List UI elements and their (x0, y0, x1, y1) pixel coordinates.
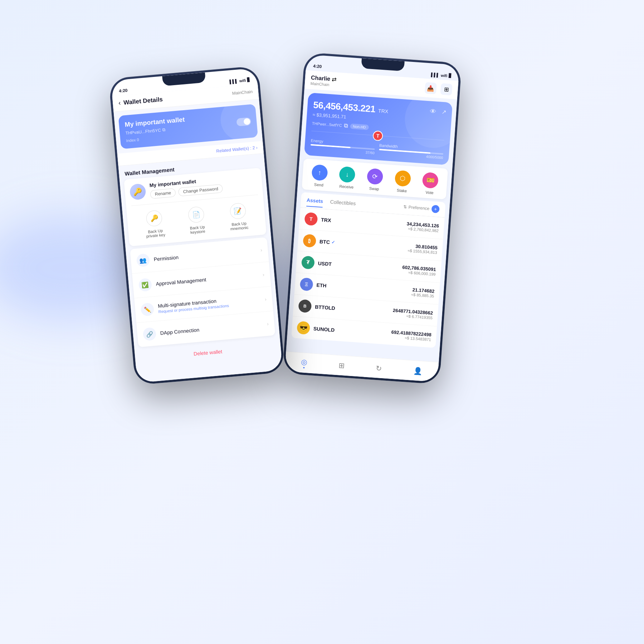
usdt-logo: ₮ (301, 256, 315, 269)
resource-section: T Energy 37/60 Bandwidth (310, 131, 444, 160)
nav-profile-icon: 👤 (413, 366, 423, 376)
send-label: Send (314, 182, 323, 187)
tab-assets[interactable]: Assets (306, 197, 323, 208)
nav-layers[interactable]: ⊞ (338, 361, 345, 370)
preference-button[interactable]: ⇅ Preference (403, 204, 430, 215)
resource-row: Energy 37/60 Bandwidth (310, 138, 444, 160)
backup-mnemonic-icon-wrap: 📝 (229, 203, 247, 220)
addr-copy-icon[interactable]: ⧉ (344, 122, 348, 129)
phone-right: 4:20 ▌▌▌ wifi ▊ Charlie ⇄ (282, 52, 462, 385)
approval-icon: ✅ (138, 278, 152, 292)
energy-resource: Energy 37/60 (310, 138, 375, 155)
wallet-toggle[interactable] (236, 117, 251, 126)
action-bar: ↑ Send ↓ Receive ⟳ Swap ⬡ Stake (302, 158, 448, 199)
arrow-icon-4: › (267, 321, 269, 327)
backup-private-key[interactable]: 🔑 Back Upprivate key (144, 210, 166, 238)
trx-logo: T (304, 212, 318, 226)
backup-key-icon: 🔑 (150, 214, 158, 223)
nav-assets[interactable]: ◎ (301, 357, 307, 369)
swap-icon[interactable]: ⇄ (331, 76, 336, 83)
backup-keystore-icon-wrap: 📄 (188, 206, 205, 223)
vote-label: Vote (425, 190, 434, 195)
receive-label: Receive (339, 184, 353, 189)
non-hd-badge: Non-HD (350, 123, 369, 130)
approval-label: Approval Management (156, 272, 263, 287)
asset-list: T TRX 34,234,453.126 ≈$ 2,760,842,982 ₿ … (291, 208, 444, 348)
sunold-logo: 😎 (297, 321, 310, 335)
receive-icon-wrap: ↓ (339, 166, 356, 183)
usdt-name: USDT (318, 260, 332, 267)
eth-name: ETH (316, 282, 327, 289)
action-vote[interactable]: 🎫 Vote (421, 172, 439, 195)
status-icons-left: ▌▌▌ wifi ▊ (229, 77, 250, 84)
scene: 4:20 ▌▌▌ wifi ▊ ‹ Wallet Details MainCha… (107, 36, 537, 608)
btc-amounts: 30.810455 ≈$ 1555,934,813 (408, 243, 438, 255)
wifi-icon: wifi (239, 78, 246, 83)
btc-name: BTC ✓ (319, 239, 335, 245)
add-asset-button[interactable]: + (431, 205, 439, 213)
avatar-icon: 🔑 (133, 187, 143, 196)
tron-logo: T (372, 131, 383, 141)
menu-list: 👥 Permission › ✅ Approval Management › (130, 237, 275, 347)
chain-label: MainChain (232, 89, 253, 96)
wm-top: 🔑 My important wallet Rename Change Pass… (129, 173, 258, 206)
backup-mnemonic-icon: 📝 (234, 207, 242, 215)
wallet-card: My important wallet THPvaU...Fhn5YC ⧉ In… (118, 104, 258, 149)
menu-text-dapp: DApp Connection (160, 321, 267, 336)
balance-card: 👁 ↗ 56,456,453.221 TRX ≈ $3,951,951.71 T… (304, 93, 453, 165)
expand-icon[interactable]: ↗ (441, 108, 447, 116)
action-stake[interactable]: ⬡ Stake (394, 170, 411, 193)
nav-profile[interactable]: 👤 (413, 366, 423, 376)
change-password-button[interactable]: Change Password (178, 184, 223, 196)
copy-icon[interactable]: ⧉ (162, 127, 166, 133)
action-swap[interactable]: ⟳ Swap (366, 168, 383, 191)
visibility-icon[interactable]: 👁 (430, 108, 436, 116)
backup-section: 🔑 Back Upprivate key 📄 Back Upkeystore (132, 200, 261, 241)
permission-label: Permission (153, 247, 261, 262)
dapp-icon: 🔗 (142, 327, 156, 341)
balance-addr-text: THPwer...5wtfYC (312, 121, 342, 128)
wm-info: My important wallet Rename Change Passwo… (149, 176, 223, 199)
action-receive[interactable]: ↓ Receive (338, 166, 356, 189)
tab-collectibles[interactable]: Collectibles (330, 199, 356, 210)
backup-mnemonic[interactable]: 📝 Back Upmnemonic (228, 203, 249, 231)
usdt-amounts: 602,786.035091 ≈$ 606,000.199 (402, 264, 436, 276)
swap-label: Swap (369, 186, 379, 191)
menu-text-multisig: Multi-signature transaction Request or p… (158, 294, 265, 314)
backup-keystore-label: Back Upkeystore (190, 225, 205, 235)
right-user: Charlie ⇄ MainChain (310, 74, 336, 87)
receive-header-icon[interactable]: 📥 (425, 82, 437, 94)
back-button[interactable]: ‹ (118, 99, 121, 107)
battery-icon: ▊ (247, 77, 250, 82)
stake-icon-wrap: ⬡ (394, 170, 411, 187)
battery-icon-r: ▊ (449, 73, 452, 78)
menu-text-approval: Approval Management (156, 272, 263, 287)
sort-icon: ⇅ (403, 204, 407, 210)
btc-logo: ₿ (303, 234, 316, 248)
phone-left: 4:20 ▌▌▌ wifi ▊ ‹ Wallet Details MainCha… (108, 65, 285, 385)
scan-icon[interactable]: ⊞ (440, 83, 453, 96)
address-text: THPvaU...Fhn5YC (125, 128, 161, 136)
time-right: 4:20 (313, 63, 322, 69)
signal-icon: ▌▌▌ (229, 79, 238, 84)
nav-assets-icon: ◎ (301, 357, 308, 366)
action-send[interactable]: ↑ Send (311, 164, 328, 187)
right-screen-content: Charlie ⇄ MainChain 📥 ⊞ 👁 ↗ (285, 70, 459, 382)
backup-key-label: Back Upprivate key (146, 228, 165, 239)
user-name: Charlie (311, 74, 330, 82)
left-screen-content: ‹ Wallet Details MainChain My important … (112, 84, 283, 383)
trx-name: TRX (321, 217, 331, 223)
bttold-logo: B (298, 299, 312, 313)
balance-currency: TRX (378, 108, 389, 114)
backup-keystore[interactable]: 📄 Back Upkeystore (188, 206, 206, 235)
tab-spacer (363, 206, 404, 209)
arrow-icon: › (260, 247, 262, 253)
btc-verified-icon: ✓ (331, 240, 335, 245)
eth-amounts: 21.174682 ≈$ 85,885.35 (411, 287, 435, 298)
rename-button[interactable]: Rename (150, 188, 176, 199)
multisig-icon: ✏️ (140, 302, 154, 316)
phone-left-screen: 4:20 ▌▌▌ wifi ▊ ‹ Wallet Details MainCha… (111, 68, 283, 383)
sunold-name: SUNOLD (313, 326, 335, 333)
page-title: Wallet Details (123, 96, 163, 106)
nav-history[interactable]: ↻ (376, 364, 382, 372)
